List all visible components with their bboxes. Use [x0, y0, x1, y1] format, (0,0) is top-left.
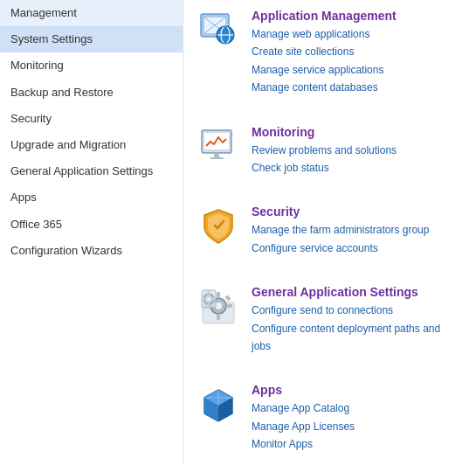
- section-title-security[interactable]: Security: [252, 205, 429, 219]
- sidebar-item-office365[interactable]: Office 365: [0, 212, 183, 238]
- cube-icon: [197, 383, 239, 425]
- svg-rect-16: [217, 315, 220, 320]
- gear-icon: [197, 285, 239, 327]
- section-content-app-mgmt: Application ManagementManage web applica…: [252, 9, 397, 97]
- section-app-mgmt: Application ManagementManage web applica…: [197, 9, 462, 108]
- svg-rect-10: [214, 153, 219, 157]
- sidebar-item-config-wizards[interactable]: Configuration Wizards: [0, 238, 183, 264]
- section-link-monitoring-0[interactable]: Review problems and solutions: [252, 142, 397, 159]
- section-link-app-mgmt-2[interactable]: Manage service applications: [252, 61, 397, 79]
- section-general-app: General Application SettingsConfigure se…: [197, 285, 462, 365]
- sidebar-item-management[interactable]: Management: [0, 0, 183, 26]
- sidebar-item-upgrade-migration[interactable]: Upgrade and Migration: [0, 132, 183, 158]
- section-link-apps-2[interactable]: Monitor Apps: [252, 435, 355, 453]
- shield-icon: [197, 205, 239, 246]
- sidebar-item-monitoring[interactable]: Monitoring: [0, 52, 183, 79]
- section-link-apps-1[interactable]: Manage App Licenses: [252, 418, 355, 435]
- section-link-monitoring-1[interactable]: Check job status: [252, 159, 397, 177]
- section-title-general-app[interactable]: General Application Settings: [252, 285, 462, 299]
- section-title-monitoring[interactable]: Monitoring: [252, 125, 397, 139]
- section-link-app-mgmt-3[interactable]: Manage content databases: [252, 79, 397, 96]
- section-link-security-1[interactable]: Configure service accounts: [252, 239, 429, 257]
- sidebar: ManagementSystem SettingsMonitoringBacku…: [0, 0, 183, 465]
- section-security: SecurityManage the farm administrators g…: [197, 205, 462, 267]
- svg-rect-15: [217, 292, 220, 297]
- svg-point-23: [207, 297, 211, 302]
- section-link-apps-0[interactable]: Manage App Catalog: [252, 399, 355, 417]
- section-title-app-mgmt[interactable]: Application Management: [252, 9, 397, 23]
- section-link-general-app-0[interactable]: Configure send to connections: [252, 302, 462, 319]
- section-link-security-0[interactable]: Manage the farm administrators group: [252, 221, 429, 239]
- section-content-security: SecurityManage the farm administrators g…: [252, 205, 429, 257]
- section-monitoring: MonitoringReview problems and solutionsC…: [197, 125, 462, 188]
- monitor-icon: [197, 125, 239, 167]
- section-title-apps[interactable]: Apps: [252, 383, 355, 397]
- svg-rect-20: [224, 295, 231, 302]
- sidebar-item-backup-restore[interactable]: Backup and Restore: [0, 80, 183, 106]
- sidebar-item-security[interactable]: Security: [0, 106, 183, 132]
- globe-icon: [197, 9, 239, 51]
- svg-rect-26: [202, 298, 206, 301]
- section-content-general-app: General Application SettingsConfigure se…: [252, 285, 462, 355]
- section-link-general-app-1[interactable]: Configure content deployment paths and j…: [252, 320, 462, 356]
- section-link-app-mgmt-0[interactable]: Manage web applications: [252, 25, 397, 43]
- section-apps: AppsManage App CatalogManage App License…: [197, 383, 462, 463]
- svg-rect-18: [227, 304, 232, 308]
- svg-rect-24: [208, 290, 210, 295]
- svg-rect-25: [208, 303, 210, 308]
- section-content-apps: AppsManage App CatalogManage App License…: [252, 383, 355, 453]
- sidebar-item-general-app-settings[interactable]: General Application Settings: [0, 158, 183, 184]
- section-link-app-mgmt-1[interactable]: Create site collections: [252, 43, 397, 60]
- sidebar-item-apps[interactable]: Apps: [0, 184, 183, 211]
- sidebar-item-system-settings[interactable]: System Settings: [0, 26, 183, 52]
- svg-rect-27: [211, 298, 216, 301]
- section-content-monitoring: MonitoringReview problems and solutionsC…: [252, 125, 397, 177]
- main-content: Application ManagementManage web applica…: [183, 0, 476, 465]
- svg-rect-11: [210, 157, 224, 159]
